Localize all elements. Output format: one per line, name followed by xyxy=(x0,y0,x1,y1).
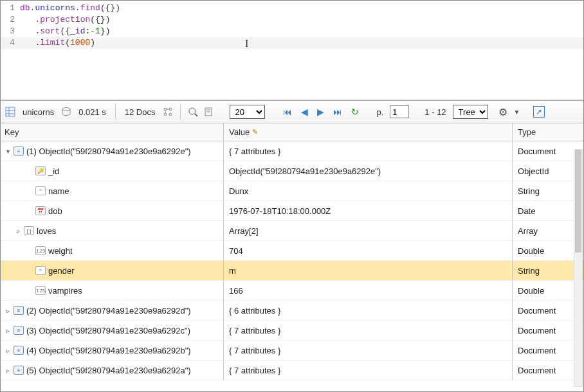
refresh-button[interactable]: ↻ xyxy=(349,107,361,117)
num-type-icon: 1.23 xyxy=(35,246,46,255)
row-key: dob xyxy=(48,206,62,216)
query-editor[interactable]: 1db.unicorns.find({})2 .projection({})3 … xyxy=(1,1,583,100)
row-key: (1) ObjectId("59f280794a91e230e9a6292e") xyxy=(26,147,191,156)
graph-icon[interactable] xyxy=(162,106,174,118)
column-header-type[interactable]: Type xyxy=(513,123,583,141)
date-type-icon: 📅 xyxy=(35,206,46,215)
code-line[interactable]: .limit(1000) xyxy=(20,37,95,49)
expand-toggle[interactable] xyxy=(26,208,33,215)
expand-toggle[interactable]: ▾ xyxy=(5,148,11,155)
expand-toggle[interactable]: ▹ xyxy=(15,227,21,235)
column-header-value[interactable]: Value✎ xyxy=(224,123,513,141)
expand-toggle[interactable] xyxy=(26,267,33,274)
num-type-icon: 1.23 xyxy=(35,286,46,295)
query-time: 0.021 s xyxy=(76,107,109,117)
maximize-button[interactable]: ↗ xyxy=(533,106,545,118)
expand-toggle[interactable] xyxy=(26,247,33,254)
results-toolbar: unicorns 0.021 s 12 Docs 20 ⏮ ◀ ▶ ⏭ ↻ p.… xyxy=(1,100,583,123)
table-row[interactable]: "" name Dunx String xyxy=(1,181,583,201)
svg-point-8 xyxy=(169,113,172,116)
row-type: Double xyxy=(518,286,544,296)
gear-icon[interactable]: ⚙ xyxy=(498,106,507,118)
code-line[interactable]: .sort({_id:-1}) xyxy=(20,26,110,37)
svg-point-6 xyxy=(169,108,172,111)
prev-page-button[interactable]: ◀ xyxy=(298,107,311,117)
vertical-scrollbar[interactable] xyxy=(574,149,583,387)
row-key: _id xyxy=(48,166,59,176)
doc-type-icon: ≡ xyxy=(14,366,24,375)
table-row[interactable]: 1.23 weight 704 Double xyxy=(1,241,583,261)
doc-type-icon: ≡ xyxy=(14,346,24,355)
svg-line-12 xyxy=(195,114,197,116)
gear-dropdown-icon[interactable]: ▼ xyxy=(511,109,523,116)
svg-point-5 xyxy=(164,108,167,111)
row-key: (3) ObjectId("59f280794a91e230e9a6292c") xyxy=(26,326,190,335)
table-row[interactable]: 🔑 _id ObjectId("59f280794a91e230e9a6292e… xyxy=(1,161,583,181)
row-key: name xyxy=(48,186,69,196)
page-range: 1 - 12 xyxy=(422,107,448,117)
str-type-icon: "" xyxy=(35,186,46,195)
page-icon[interactable] xyxy=(203,106,214,118)
expand-toggle[interactable] xyxy=(26,287,33,294)
row-value: 704 xyxy=(229,246,243,256)
expand-toggle[interactable] xyxy=(26,188,33,195)
line-number: 1 xyxy=(1,3,20,14)
expand-toggle[interactable]: ▹ xyxy=(5,327,11,334)
table-row[interactable]: "" gender m String xyxy=(1,261,583,281)
table-row[interactable]: ▹ ≡ (4) ObjectId("59f280794a91e230e9a629… xyxy=(1,341,583,361)
row-type: Document xyxy=(518,147,556,156)
doc-type-icon: ≡ xyxy=(14,147,24,156)
last-page-button[interactable]: ⏭ xyxy=(331,107,345,117)
text-cursor xyxy=(245,38,246,47)
expand-toggle[interactable]: ▹ xyxy=(5,347,11,354)
key-type-icon: 🔑 xyxy=(35,166,46,175)
next-page-button[interactable]: ▶ xyxy=(315,107,327,117)
page-size-select[interactable]: 20 xyxy=(230,105,265,119)
code-line[interactable]: .projection({}) xyxy=(20,14,110,26)
db-icon[interactable] xyxy=(60,106,72,118)
row-type: Double xyxy=(518,246,544,256)
results-grid: Key Value✎ Type ▾ ≡ (1) ObjectId("59f280… xyxy=(1,123,583,391)
table-row[interactable]: ▹ ≡ (2) ObjectId("59f280794a91e230e9a629… xyxy=(1,301,583,321)
column-header-key[interactable]: Key xyxy=(1,123,224,141)
table-row[interactable]: ▹ ≡ (5) ObjectId("59f280794a91e230e9a629… xyxy=(1,361,583,380)
page-input[interactable] xyxy=(390,105,409,118)
row-key: gender xyxy=(48,266,74,276)
zoom-icon[interactable] xyxy=(187,106,199,118)
collection-name: unicorns xyxy=(20,107,57,117)
table-row[interactable]: ▾ ≡ (1) ObjectId("59f280794a91e230e9a629… xyxy=(1,141,583,161)
table-row[interactable]: ▹ ≡ (3) ObjectId("59f280794a91e230e9a629… xyxy=(1,321,583,341)
row-value: { 7 attributes } xyxy=(229,346,280,355)
row-key: (4) ObjectId("59f280794a91e230e9a6292b") xyxy=(26,346,191,355)
scroll-thumb[interactable] xyxy=(575,150,581,253)
table-row[interactable]: 1.23 vampires 166 Double xyxy=(1,281,583,301)
str-type-icon: "" xyxy=(35,266,46,275)
expand-toggle[interactable] xyxy=(26,168,33,175)
table-row[interactable]: 📅 dob 1976-07-18T10:18:00.000Z Date xyxy=(1,201,583,221)
row-type: ObjectId xyxy=(518,166,549,176)
expand-toggle[interactable]: ▹ xyxy=(5,307,11,314)
row-type: String xyxy=(518,186,540,196)
svg-point-7 xyxy=(164,113,167,116)
row-value: { 7 attributes } xyxy=(229,326,280,335)
row-key: vampires xyxy=(48,286,82,296)
page-label: p. xyxy=(374,107,387,117)
row-value: m xyxy=(229,266,236,276)
row-value: Array[2] xyxy=(229,226,259,236)
table-row[interactable]: ▹ [ ] loves Array[2] Array xyxy=(1,221,583,241)
code-line[interactable]: db.unicorns.find({}) xyxy=(20,3,120,14)
view-mode-select[interactable]: Tree xyxy=(453,105,488,119)
grid-icon[interactable] xyxy=(5,106,16,118)
grid-body[interactable]: ▾ ≡ (1) ObjectId("59f280794a91e230e9a629… xyxy=(1,141,583,391)
line-number: 3 xyxy=(1,26,20,37)
expand-toggle[interactable]: ▹ xyxy=(5,367,11,374)
row-key: weight xyxy=(48,246,73,256)
row-value: 1976-07-18T10:18:00.000Z xyxy=(229,206,331,216)
first-page-button[interactable]: ⏮ xyxy=(280,107,295,117)
row-key: (5) ObjectId("59f280794a91e230e9a6292a") xyxy=(26,366,191,375)
row-value: { 7 attributes } xyxy=(229,147,280,156)
svg-rect-0 xyxy=(6,107,15,116)
row-value: 166 xyxy=(229,286,243,296)
grid-header-row: Key Value✎ Type xyxy=(1,123,583,141)
svg-point-11 xyxy=(189,108,196,114)
